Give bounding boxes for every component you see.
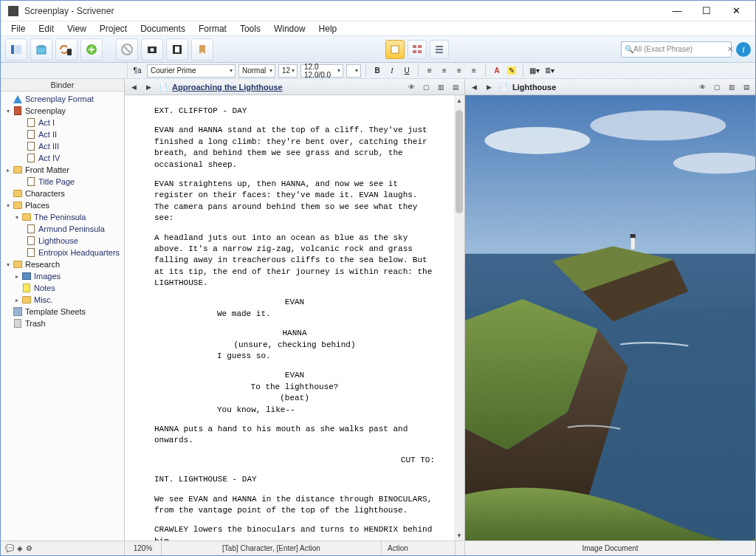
binder-item[interactable]: Act II [14,128,124,140]
bookmark-button[interactable] [191,38,213,61]
add-button[interactable] [80,38,103,61]
sync-button[interactable] [55,38,78,61]
binder-item[interactable]: ▾The Peninsula [10,211,124,223]
spacing-preset-select[interactable] [346,64,361,78]
binder-item[interactable]: Armund Peninsula [14,223,124,235]
align-center-button[interactable]: ≡ [438,64,451,78]
maximize-button[interactable]: ☐ [692,3,721,19]
binder-tree[interactable]: Screenplay Format▾ScreenplayAct IAct IIA… [1,92,124,540]
info-button[interactable]: i [736,42,751,57]
line-spacing-select[interactable]: 12.0 12.0/0.0 [300,64,343,78]
menu-view[interactable]: View [61,22,92,35]
disclosure-icon[interactable]: ▾ [4,108,13,114]
binder-item[interactable]: Screenplay Format [1,93,124,105]
image-viewer[interactable] [465,95,755,540]
disclosure-icon[interactable]: ▾ [4,202,13,209]
disclosure-icon[interactable]: ▸ [4,167,13,174]
close-button[interactable]: ✕ [721,3,751,19]
font-style-select[interactable]: Normal [238,64,275,78]
pane-title-left[interactable]: Approaching the Lighthouse [172,83,283,92]
binder-item[interactable]: Entropix Headquarters [14,247,124,258]
element-type[interactable]: Action [382,541,456,555]
split-v-button[interactable]: ▤ [740,81,752,93]
single-doc-view-button[interactable] [385,40,405,59]
underline-button[interactable]: U [400,64,413,78]
lock-icon[interactable]: 👁 [696,81,708,93]
font-size-select[interactable]: 12 [278,64,298,78]
binder-toggle-button[interactable] [5,38,27,61]
binder-item[interactable]: Characters [1,188,124,199]
menu-window[interactable]: Window [268,22,312,35]
scroll-up-icon[interactable]: ▲ [454,95,464,106]
comment-icon[interactable]: 💬 [5,544,14,552]
minimize-button[interactable]: — [662,3,692,19]
binder-item[interactable]: Act IV [14,152,124,164]
binder-item[interactable]: ▾Research [1,258,124,270]
binder-item[interactable]: ▸Images [10,270,124,282]
italic-button[interactable]: I [385,64,399,78]
scrollbar-track[interactable]: ▲ ▼ [454,95,464,540]
split-none-button[interactable]: ▢ [711,81,723,93]
screenplay-page[interactable]: EXT. CLIFFTOP - DAY EVAN and HANNA stand… [154,95,435,540]
split-v-button[interactable]: ▤ [450,81,461,93]
split-h-button[interactable]: ▥ [726,81,738,93]
binder-item[interactable]: ▾Screenplay [1,105,124,117]
highlight-button[interactable]: ✎ [505,64,518,78]
scrollbar-thumb[interactable] [456,110,463,213]
disclosure-icon[interactable]: ▾ [13,214,21,221]
align-left-button[interactable]: ≡ [423,64,436,78]
outliner-view-button[interactable] [430,40,449,59]
binder-item[interactable]: ▸Misc. [10,294,124,306]
svg-rect-0 [11,45,14,54]
menu-file[interactable]: File [5,22,31,35]
text-color-button[interactable]: A [490,64,504,78]
scroll-down-icon[interactable]: ▼ [454,530,464,540]
menu-help[interactable]: Help [313,22,343,35]
binder-item[interactable]: Act I [14,117,124,128]
settings-icon[interactable]: ⚙ [26,544,32,552]
binder-item[interactable]: Title Page [14,176,124,188]
menu-edit[interactable]: Edit [32,22,60,35]
parenthetical: (beat) [217,393,372,404]
binder-item[interactable]: Template Sheets [1,306,124,318]
menu-tools[interactable]: Tools [234,22,267,35]
disclosure-icon[interactable]: ▸ [13,273,21,280]
nav-forward-button[interactable]: ▶ [142,81,154,93]
menu-format[interactable]: Format [193,22,233,35]
menu-project[interactable]: Project [94,22,133,35]
clear-search-icon[interactable]: ✕ [727,45,733,53]
binder-item[interactable]: Notes [10,282,124,294]
split-h-button[interactable]: ▥ [435,81,447,93]
split-none-button[interactable]: ▢ [420,81,432,93]
align-right-button[interactable]: ≡ [453,64,466,78]
menu-documents[interactable]: Documents [134,22,191,35]
table-button[interactable]: ▦▾ [528,64,541,78]
binder-item[interactable]: Lighthouse [14,235,124,247]
pane-title-right[interactable]: Lighthouse [512,83,556,92]
binder-item[interactable]: ▾Places [1,199,124,211]
zoom-level[interactable]: 120% [125,541,162,555]
editor-scrollview[interactable]: EXT. CLIFFTOP - DAY EVAN and HANNA stand… [125,95,464,540]
bold-button[interactable]: B [371,64,384,78]
snapshot-button[interactable] [141,38,163,61]
font-select[interactable]: Courier Prime [147,64,236,78]
binder-item[interactable]: ▸Front Matter [1,164,124,176]
paragraph-style-button[interactable]: ¶a [131,64,144,78]
nav-forward-button[interactable]: ▶ [483,81,495,93]
nav-back-button[interactable]: ◀ [128,81,140,93]
disclosure-icon[interactable]: ▾ [4,261,13,268]
collections-button[interactable] [30,38,52,61]
binder-item[interactable]: Act III [14,140,124,152]
target-icon[interactable]: ◈ [17,544,23,552]
lock-icon[interactable]: 👁 [405,81,417,93]
compose-button[interactable] [166,38,188,61]
search-box[interactable]: 🔍 ✕ [621,41,732,58]
disclosure-icon[interactable]: ▸ [13,297,21,303]
align-justify-button[interactable]: ≡ [467,64,481,78]
list-button[interactable]: ≣▾ [543,64,556,78]
binder-item[interactable]: Trash [1,318,124,329]
corkboard-view-button[interactable] [408,40,427,59]
nav-back-button[interactable]: ◀ [468,81,480,93]
search-input[interactable] [633,45,727,53]
delete-button[interactable] [116,38,138,61]
